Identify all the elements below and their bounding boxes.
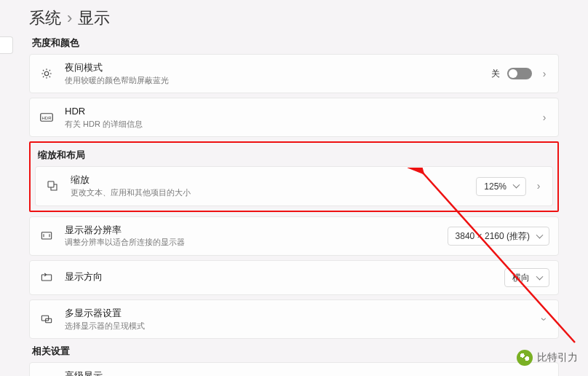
row-scale[interactable]: 缩放 更改文本、应用和其他项目的大小 125% › <box>35 166 553 205</box>
orientation-icon <box>39 272 55 283</box>
scale-icon <box>44 180 60 192</box>
resolution-icon <box>39 230 55 242</box>
svg-rect-16 <box>41 316 48 321</box>
section-related-header: 相关设置 <box>32 345 559 358</box>
chevron-right-icon: › <box>539 68 549 79</box>
svg-point-0 <box>44 71 48 75</box>
night-light-title: 夜间模式 <box>65 62 491 74</box>
multi-display-sub: 选择显示器的呈现模式 <box>65 321 539 331</box>
breadcrumb-root[interactable]: 系统 <box>29 7 61 29</box>
row-night-light[interactable]: 夜间模式 使用较暖的颜色帮助屏蔽蓝光 关 › <box>29 54 559 93</box>
section-scale-header: 缩放和布局 <box>38 149 553 162</box>
breadcrumb: 系统 › 显示 <box>29 7 559 29</box>
svg-text:HDR: HDR <box>42 116 52 120</box>
svg-rect-15 <box>41 275 51 281</box>
sun-icon <box>39 68 55 79</box>
scale-title: 缩放 <box>71 174 476 187</box>
wechat-icon <box>517 350 533 366</box>
svg-line-7 <box>43 77 44 77</box>
chevron-right-icon: › <box>533 180 544 192</box>
orientation-select[interactable]: 横向 <box>504 268 549 287</box>
hdr-sub: 有关 HDR 的详细信息 <box>65 119 539 129</box>
night-light-toggle[interactable] <box>507 68 532 79</box>
hdr-title: HDR <box>65 106 539 118</box>
svg-line-6 <box>49 77 50 77</box>
watermark: 比特引力 <box>517 350 578 366</box>
breadcrumb-separator: › <box>67 9 72 28</box>
scale-select[interactable]: 125% <box>476 177 526 196</box>
multi-display-title: 多显示器设置 <box>65 308 539 320</box>
svg-line-8 <box>49 70 50 71</box>
advanced-display-title: 高级显示 <box>65 370 539 376</box>
resolution-title: 显示器分辨率 <box>65 224 448 237</box>
resolution-sub: 调整分辨率以适合所连接的显示器 <box>65 237 448 247</box>
night-light-toggle-label: 关 <box>491 68 500 80</box>
hdr-icon: HDR <box>39 113 55 122</box>
resolution-select[interactable]: 3840 × 2160 (推荐) <box>448 227 549 246</box>
row-advanced-display[interactable]: 高级显示 显示器信息，刷新率 › <box>29 362 559 376</box>
section-brightness-header: 亮度和颜色 <box>32 36 559 50</box>
svg-rect-11 <box>48 181 54 187</box>
row-multi-display[interactable]: 多显示器设置 选择显示器的呈现模式 › <box>29 299 559 339</box>
chevron-down-icon: › <box>539 314 550 324</box>
svg-rect-12 <box>41 232 51 238</box>
row-orientation[interactable]: 显示方向 横向 <box>29 260 559 295</box>
scale-sub: 更改文本、应用和其他项目的大小 <box>71 187 476 197</box>
multi-display-icon <box>39 313 55 325</box>
breadcrumb-current: 显示 <box>78 7 110 29</box>
chevron-right-icon: › <box>539 111 549 123</box>
svg-line-5 <box>43 70 44 71</box>
orientation-title: 显示方向 <box>65 271 504 283</box>
row-hdr[interactable]: HDR HDR 有关 HDR 的详细信息 › <box>29 98 559 137</box>
row-resolution[interactable]: 显示器分辨率 调整分辨率以适合所连接的显示器 3840 × 2160 (推荐) <box>29 216 559 256</box>
watermark-text: 比特引力 <box>537 351 578 364</box>
annotation-highlight-box: 缩放和布局 缩放 更改文本、应用和其他项目的大小 125% › <box>29 141 559 211</box>
night-light-sub: 使用较暖的颜色帮助屏蔽蓝光 <box>65 75 491 85</box>
